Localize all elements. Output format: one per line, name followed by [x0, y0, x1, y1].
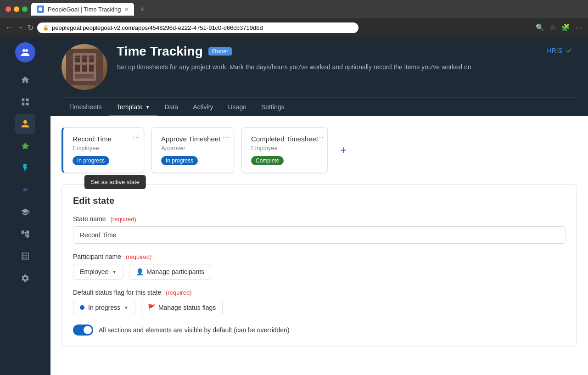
edit-state-title: Edit state	[73, 196, 566, 206]
browser-menu-btn[interactable]: ⋯	[576, 23, 582, 32]
state-card-record-time[interactable]: ⋯ Record Time Employee In progress	[62, 127, 144, 173]
participant-dropdown[interactable]: Employee ▼	[73, 264, 123, 280]
browser-tab-title: PeopleGoal | Time Tracking	[48, 6, 121, 13]
content-area: ⋯ Record Time Employee In progress Set a…	[50, 116, 588, 375]
browser-forward-btn[interactable]: →	[17, 23, 24, 32]
sidebar-item-star[interactable]	[15, 136, 35, 156]
state-card-approve-menu[interactable]: ⋯	[223, 133, 230, 142]
browser-titlebar: PeopleGoal | Time Tracking ✕ +	[0, 0, 588, 18]
state-approve-role: Approver	[161, 145, 224, 151]
status-flag-group: Default status flag for this state (requ…	[73, 289, 566, 315]
state-card-approve-timesheet[interactable]: ⋯ Approve Timesheet Approver In progress	[151, 127, 234, 173]
browser-zoom-btn[interactable]: 🔍	[536, 23, 544, 32]
state-name-group: State name (required)	[73, 215, 566, 244]
browser-tab[interactable]: PeopleGoal | Time Tracking ✕	[31, 3, 134, 16]
browser-extensions-btn[interactable]: 🧩	[561, 23, 570, 32]
browser-dot-yellow[interactable]	[14, 6, 19, 12]
tab-timesheets[interactable]: Timesheets	[62, 98, 109, 116]
chevron-down-icon: ▼	[146, 105, 150, 110]
visibility-toggle-row: All sections and elements are visible by…	[73, 325, 566, 336]
state-name-input[interactable]	[73, 226, 566, 244]
app-header-image-placeholder	[62, 44, 107, 90]
browser-tab-close[interactable]: ✕	[124, 6, 129, 12]
visibility-toggle[interactable]	[73, 325, 93, 336]
sidebar-item-table[interactable]	[15, 246, 35, 266]
tab-activity[interactable]: Activity	[185, 98, 220, 116]
visibility-label: All sections and elements are visible by…	[99, 326, 290, 334]
state-card-record-time-menu[interactable]: ⋯	[133, 133, 140, 142]
tab-usage-label: Usage	[228, 103, 246, 111]
sidebar-item-graduation[interactable]	[15, 202, 35, 222]
app-header-title-row: Time Tracking Owner	[117, 44, 533, 59]
browser-bookmark-btn[interactable]: ☆	[550, 23, 556, 32]
workflow-states: ⋯ Record Time Employee In progress Set a…	[62, 127, 577, 173]
browser-new-tab[interactable]: +	[140, 5, 145, 14]
tab-settings[interactable]: Settings	[254, 98, 292, 116]
status-value: In progress	[88, 304, 120, 311]
browser-reload-btn[interactable]: ↻	[28, 23, 34, 32]
status-row: In progress ▼ 🚩 Manage status flags	[73, 300, 566, 315]
manage-participants-button[interactable]: 👤 Manage participants	[129, 264, 211, 280]
sidebar-item-bolt[interactable]	[15, 158, 35, 178]
svg-rect-7	[82, 56, 87, 62]
browser-tab-icon	[37, 6, 44, 13]
browser-actions: 🔍 ☆ 🧩 ⋯	[536, 23, 582, 32]
browser-url-path: /apps/4548296d-e222-4751-91c0-d66cb3719d…	[133, 24, 263, 31]
owner-badge: Owner	[208, 47, 232, 56]
tab-data-label: Data	[165, 103, 179, 111]
browser-lock-icon: 🔒	[43, 25, 49, 31]
sidebar-item-grid[interactable]	[15, 92, 35, 112]
manage-participants-label: Manage participants	[146, 268, 204, 275]
tab-template[interactable]: Template ▼	[109, 98, 157, 116]
browser-dots	[6, 6, 28, 12]
app-container: ✳	[0, 37, 588, 375]
participant-required: (required)	[126, 253, 151, 260]
state-card-completed-timesheet[interactable]: ⋯ Completed Timesheet Employee Complete	[241, 127, 328, 173]
app-header-info: Time Tracking Owner Set up timesheets fo…	[117, 44, 533, 72]
edit-state-section: Edit state State name (required) Partici…	[62, 184, 577, 347]
svg-point-0	[39, 7, 42, 11]
sidebar-item-settings[interactable]	[15, 268, 35, 288]
participant-value: Employee	[80, 268, 108, 275]
browser-addressbar: ← → ↻ 🔒 peoplegoal.peoplegoal-v2.com/app…	[0, 18, 588, 37]
flag-icon: 🚩	[148, 304, 156, 311]
status-dropdown[interactable]: In progress ▼	[73, 300, 135, 315]
app-header: Time Tracking Owner Set up timesheets fo…	[50, 37, 588, 116]
tab-template-label: Template	[117, 103, 143, 111]
svg-point-1	[22, 49, 25, 52]
state-record-time-container: ⋯ Record Time Employee In progress Set a…	[62, 127, 144, 173]
hris-button[interactable]: HRIS	[543, 44, 577, 57]
browser-back-btn[interactable]: ←	[6, 23, 13, 32]
manage-status-button[interactable]: 🚩 Manage status flags	[141, 300, 223, 315]
state-completed-role: Employee	[251, 145, 318, 151]
state-tooltip[interactable]: Set as active state	[84, 175, 146, 189]
status-dot-icon	[80, 305, 84, 310]
tab-data[interactable]: Data	[157, 98, 186, 116]
svg-rect-6	[75, 56, 80, 62]
add-state-button[interactable]: +	[335, 142, 352, 158]
status-required: (required)	[166, 289, 191, 296]
browser-url-domain: peoplegoal.peoplegoal-v2.com	[52, 24, 133, 31]
app-header-top: Time Tracking Owner Set up timesheets fo…	[62, 44, 577, 97]
svg-point-2	[25, 49, 28, 52]
sidebar-item-home[interactable]	[15, 70, 35, 90]
state-approve-badge: In progress	[161, 156, 198, 165]
browser-dot-red[interactable]	[6, 6, 11, 12]
tab-settings-label: Settings	[261, 103, 285, 111]
hris-label: HRIS	[547, 47, 562, 54]
app-title: Time Tracking	[117, 44, 203, 59]
sidebar-item-hierarchy[interactable]	[15, 224, 35, 244]
state-record-time-badge: In progress	[73, 156, 109, 165]
svg-rect-9	[75, 65, 80, 72]
state-card-completed-menu[interactable]: ⋯	[316, 133, 324, 142]
tab-usage[interactable]: Usage	[220, 98, 253, 116]
sidebar-item-asterisk[interactable]: ✳	[15, 180, 35, 200]
sidebar-item-person-edit[interactable]	[15, 114, 35, 134]
toggle-knob	[84, 326, 92, 334]
sidebar-avatar[interactable]	[15, 42, 35, 62]
browser-dot-green[interactable]	[22, 6, 28, 12]
state-name-label: State name (required)	[73, 215, 566, 223]
browser-url-bar[interactable]: 🔒 peoplegoal.peoplegoal-v2.com/apps/4548…	[37, 22, 358, 33]
browser-chrome: PeopleGoal | Time Tracking ✕ + ← → ↻ 🔒 p…	[0, 0, 588, 37]
status-chevron-icon: ▼	[124, 305, 129, 310]
